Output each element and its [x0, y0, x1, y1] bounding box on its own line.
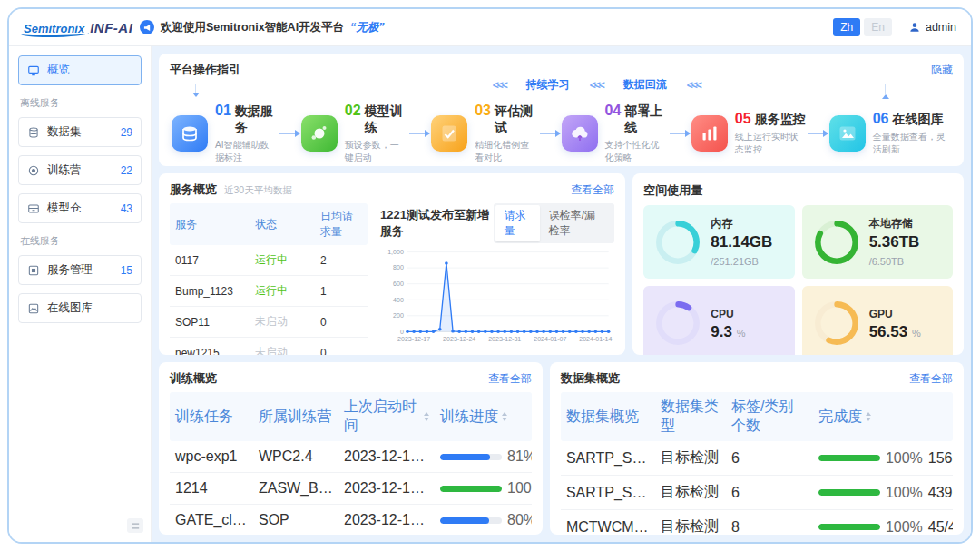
sidebar-item-training-camp[interactable]: 训练营22 — [18, 155, 142, 185]
sidebar-item-model-repo[interactable]: 模型仓43 — [18, 193, 142, 223]
dataset-type: 目标检测 — [655, 441, 726, 475]
donut-chart — [654, 219, 701, 266]
service-status: 运行中 — [250, 276, 315, 306]
usage-name: GPU — [869, 308, 893, 320]
sidebar-item-service-mgmt[interactable]: 服务管理15 — [18, 255, 142, 285]
usage-grid: 内存81.14GB /251.21GB本地存储5.36TB /6.50TBCPU… — [643, 205, 953, 355]
sidebar-section-label: 在线服务 — [20, 234, 140, 248]
sort-icon[interactable] — [866, 409, 871, 424]
dataset-type: 目标检测 — [655, 476, 726, 509]
user-menu[interactable]: admin — [908, 21, 956, 34]
dataset-overview-title: 数据集概览 — [561, 370, 620, 387]
guide-step-05: 05服务监控线上运行实时状态监控 — [691, 111, 806, 156]
service-row[interactable]: SOP11未启动0 — [170, 307, 368, 338]
flow-arrow-icon — [540, 133, 560, 134]
progress-bar — [818, 524, 880, 530]
step-number: 05 — [735, 111, 751, 127]
dataset-overview-panel: 数据集概览 查看全部 数据集概览数据集类型标签/类别个数完成度 SARTP_SP… — [550, 362, 964, 535]
announcement-icon — [140, 20, 154, 34]
dataset-row[interactable]: SARTP_SPTASI目标检测6100%4396/4396 — [561, 476, 953, 510]
service-row[interactable]: 0117运行中2 — [170, 245, 368, 276]
dataset-name: SARTP_SPTASI... — [561, 443, 655, 474]
training-start-time: 2023-12-14 16:... — [338, 473, 435, 504]
sort-icon[interactable] — [502, 409, 507, 424]
guide-steps: 01数据服务AI智能辅助数据标注02模型训练预设参数，一键启动03评估测试精细化… — [170, 103, 953, 164]
usage-value: 5.36TB /6.50TB — [869, 233, 942, 270]
svg-text:2023-12-17: 2023-12-17 — [397, 336, 430, 342]
guide-step-06: 06在线图库全量数据查看，灵活刷新 — [829, 111, 951, 156]
training-row[interactable]: wpc-exp1WPC2.42023-12-16 12:...81%243/30… — [170, 441, 532, 473]
sidebar-item-label: 概览 — [47, 63, 70, 78]
dataset-row[interactable]: SARTP_SPTASI...目标检测6100%1568/1568 — [561, 441, 953, 476]
step-description: 预设参数，一键启动 — [345, 139, 407, 164]
usage-card-CPU: CPU9.3 % — [643, 286, 794, 355]
training-row[interactable]: GATE_clone111SOP2023-12-13 19:...80%4/5 … — [170, 505, 532, 535]
svg-text:0: 0 — [400, 329, 404, 335]
svg-text:1,000: 1,000 — [387, 249, 404, 255]
step-number: 04 — [605, 103, 622, 119]
completion-percent: 100% — [886, 485, 923, 501]
flow-arrow-icon — [808, 133, 828, 134]
service-view-all-link[interactable]: 查看全部 — [571, 182, 614, 198]
column-header[interactable]: 上次启动时间 — [338, 392, 435, 441]
svg-text:2024-01-07: 2024-01-07 — [534, 336, 566, 342]
monitor-chart-icon — [691, 115, 728, 152]
service-overview-panel: 服务概览 近30天平均数据 查看全部 服务状态日均请求量 0117运行中2Bum… — [159, 173, 625, 355]
space-usage-panel: 空间使用量 内存81.14GB /251.21GB本地存储5.36TB /6.5… — [632, 173, 964, 355]
sidebar-section-label: 离线服务 — [20, 96, 140, 110]
dataset-row[interactable]: MCTWCMP_M...目标检测8100%45/45 — [561, 510, 953, 535]
step-description: 全量数据查看，灵活刷新 — [873, 131, 951, 156]
request-chart-pane: 1221测试发布至新增服务 请求量 误检率/漏检率 02004006008001… — [380, 203, 614, 347]
progress-percent: 100% — [507, 480, 532, 497]
sidebar-item-dataset[interactable]: 数据集29 — [18, 117, 142, 147]
column-header[interactable]: 训练进度 — [435, 402, 532, 432]
training-camp: ZASW_BUMPIN... — [253, 473, 338, 504]
service-table: 服务状态日均请求量 0117运行中2Bump_1123运行中1SOP11未启动0… — [170, 203, 368, 347]
service-row[interactable]: new1215未启动0 — [170, 338, 368, 355]
sidebar: 概览 离线服务数据集29训练营22模型仓43在线服务服务管理15在线图库 — [9, 46, 152, 542]
platform-guide-panel: 平台操作指引 隐藏 <<< 持续学习 <<< 数据回流 <<< 01数据服务AI… — [159, 54, 964, 166]
sort-icon[interactable] — [424, 409, 429, 424]
step-name: 模型训练 — [365, 103, 408, 136]
svg-text:2023-12-31: 2023-12-31 — [488, 336, 521, 342]
step-name: 数据服务 — [235, 103, 278, 136]
sidebar-collapse-button[interactable] — [127, 518, 143, 533]
training-row[interactable]: 1214ZASW_BUMPIN...2023-12-14 16:...100%2… — [170, 473, 532, 505]
usage-value: 9.3 % — [710, 323, 745, 341]
training-camp: WPC2.4 — [253, 441, 338, 472]
app-window: Semitronix INF-AI 欢迎使用Semitronix智能AI开发平台… — [0, 0, 980, 551]
service-row[interactable]: Bump_1123运行中1 — [170, 276, 368, 307]
sidebar-item-overview[interactable]: 概览 — [18, 55, 142, 85]
evaluate-icon — [431, 115, 467, 152]
archive-icon — [27, 202, 40, 215]
lang-zh-button[interactable]: Zh — [833, 18, 860, 36]
welcome-text: 欢迎使用Semitronix智能AI开发平台 — [161, 20, 344, 35]
brand-logo-text: Semitronix — [24, 22, 84, 35]
sidebar-item-online-gallery[interactable]: 在线图库 — [18, 293, 142, 323]
step-name: 部署上线 — [624, 103, 668, 136]
step-name: 评估测试 — [495, 103, 538, 136]
service-status: 运行中 — [250, 245, 315, 275]
training-view-all-link[interactable]: 查看全部 — [488, 371, 532, 387]
guide-hide-link[interactable]: 隐藏 — [931, 63, 953, 78]
usage-name: 内存 — [710, 217, 732, 230]
svg-text:2023-12-24: 2023-12-24 — [443, 336, 475, 342]
service-requests: 2 — [315, 247, 368, 274]
service-name: Bump_1123 — [170, 278, 250, 305]
column-header[interactable]: 完成度 — [813, 402, 953, 432]
training-start-time: 2023-12-16 12:... — [338, 441, 435, 472]
user-icon — [908, 21, 921, 34]
sidebar-item-count: 22 — [121, 164, 132, 177]
service-table-body: 0117运行中2Bump_1123运行中1SOP11未启动0new1215未启动… — [170, 245, 368, 355]
training-overview-title: 训练概览 — [170, 370, 217, 387]
progress-percent: 81% — [507, 448, 532, 465]
toggle-error-rate-button[interactable]: 误检率/漏检率 — [540, 205, 613, 241]
dataset-view-all-link[interactable]: 查看全部 — [909, 371, 953, 387]
column-header: 数据集概览 — [561, 402, 655, 432]
service-name: SOP11 — [170, 309, 250, 336]
loop-label-data-backflow: 数据回流 — [620, 77, 671, 93]
sidebar-item-label: 训练营 — [47, 162, 82, 178]
column-header: 数据集类型 — [655, 392, 726, 441]
lang-en-button[interactable]: En — [864, 18, 892, 36]
toggle-requests-button[interactable]: 请求量 — [495, 205, 540, 241]
